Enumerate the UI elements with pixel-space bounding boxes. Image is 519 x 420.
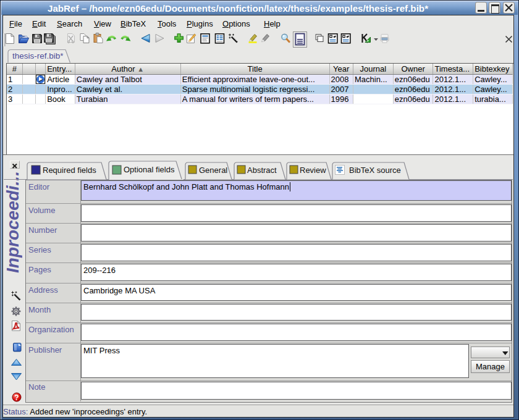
svg-text:?: ?: [14, 393, 19, 402]
